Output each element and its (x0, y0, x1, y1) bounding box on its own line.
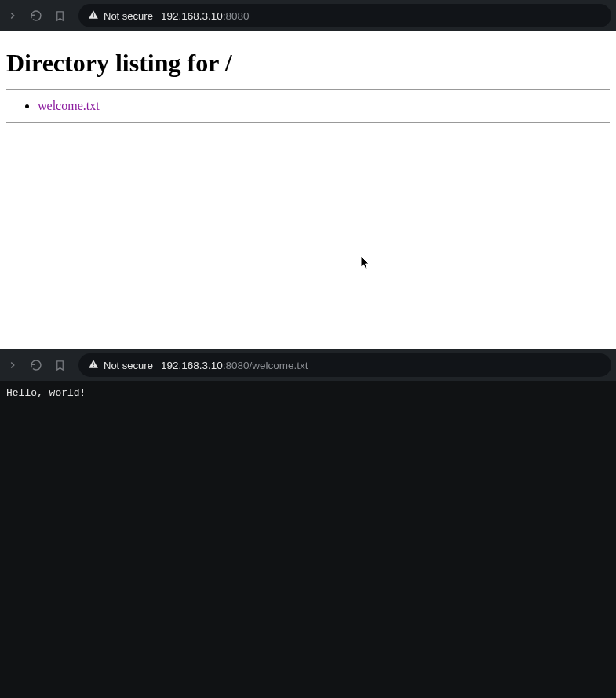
toolbar-top: Not secure 192.168.3.10:8080 (0, 0, 616, 31)
url-top: 192.168.3.10:8080 (161, 10, 250, 22)
bookmark-icon[interactable] (52, 8, 67, 24)
svg-rect-0 (93, 13, 93, 16)
browser-window-bottom: Not secure 192.168.3.10:8080/welcome.txt… (0, 349, 616, 698)
page-content-top: Directory listing for / welcome.txt (0, 31, 616, 349)
file-link-welcome[interactable]: welcome.txt (38, 99, 100, 112)
security-badge-bottom: Not secure (88, 359, 153, 372)
url-host-bottom: 192.168.3.10: (161, 360, 226, 371)
divider-top (6, 89, 610, 90)
warning-icon (88, 359, 99, 372)
svg-rect-1 (93, 16, 93, 17)
page-title: Directory listing for / (6, 49, 610, 78)
svg-rect-3 (93, 366, 93, 367)
url-host-top: 192.168.3.10: (161, 10, 226, 22)
url-bottom: 192.168.3.10:8080/welcome.txt (161, 360, 308, 371)
url-port-bottom: 8080 (225, 360, 249, 371)
security-badge-top: Not secure (88, 9, 153, 23)
forward-icon[interactable] (5, 8, 20, 24)
toolbar-bottom: Not secure 192.168.3.10:8080/welcome.txt (0, 349, 616, 381)
url-path-bottom: /welcome.txt (250, 360, 308, 371)
browser-window-top: Not secure 192.168.3.10:8080 Directory l… (0, 0, 616, 349)
address-bar-bottom[interactable]: Not secure 192.168.3.10:8080/welcome.txt (78, 353, 611, 377)
forward-icon[interactable] (5, 357, 20, 373)
bookmark-icon[interactable] (52, 357, 67, 373)
page-content-bottom: Hello, world! (0, 381, 616, 698)
security-label-top: Not secure (104, 10, 153, 22)
file-content: Hello, world! (6, 387, 610, 399)
divider-bottom (6, 122, 610, 123)
reload-icon[interactable] (28, 357, 44, 373)
url-port-top: 8080 (225, 10, 249, 22)
svg-rect-2 (93, 362, 93, 365)
address-bar-top[interactable]: Not secure 192.168.3.10:8080 (78, 4, 611, 27)
list-item: welcome.txt (38, 99, 610, 113)
security-label-bottom: Not secure (104, 360, 153, 371)
file-list: welcome.txt (6, 99, 610, 113)
reload-icon[interactable] (28, 8, 44, 24)
warning-icon (88, 9, 99, 23)
